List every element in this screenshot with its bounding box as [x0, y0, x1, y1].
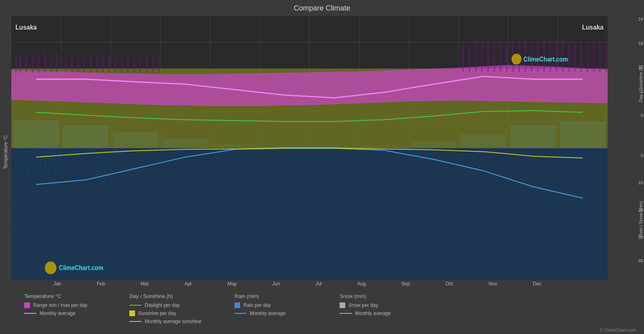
svg-rect-79 — [488, 44, 489, 72]
legend-snow-day-label: Snow per day — [348, 302, 378, 308]
svg-rect-57 — [51, 54, 52, 73]
svg-rect-93 — [574, 43, 576, 72]
svg-rect-81 — [500, 43, 501, 72]
temp-range-icon — [24, 302, 30, 308]
snow-avg-icon — [340, 313, 352, 314]
svg-rect-63 — [90, 57, 91, 72]
legend-daylight: Daylight per day — [129, 302, 210, 308]
rain-day-icon — [234, 302, 240, 308]
legend-sunshine-avg: Monthly average sunshine — [129, 319, 210, 324]
month-may: May — [228, 281, 237, 288]
svg-rect-66 — [109, 57, 110, 72]
legend-snow: Snow (mm) Snow per day Monthly average — [340, 293, 420, 324]
svg-rect-59 — [65, 58, 66, 73]
legend-sunshine-day-label: Sunshine per day — [138, 311, 176, 316]
legend-snow-avg: Monthly average — [340, 311, 420, 316]
legend-sunshine: Day / Sunshine (h) Daylight per day Suns… — [129, 293, 210, 324]
legend-snow-title: Snow (mm) — [340, 293, 420, 299]
month-mar: Mar — [141, 281, 149, 288]
legend-sunshine-title: Day / Sunshine (h) — [129, 293, 210, 299]
legend-snow-day: Snow per day — [340, 302, 420, 308]
legend-temp-range-label: Range min / max per day — [33, 302, 87, 308]
legend-rain-avg: Monthly average — [234, 311, 315, 316]
svg-rect-95 — [587, 44, 588, 72]
svg-text:ClimeChart.com: ClimeChart.com — [59, 264, 103, 272]
svg-rect-92 — [568, 41, 570, 72]
snow-day-icon — [340, 302, 345, 308]
legend-snow-avg-label: Monthly average — [355, 311, 391, 316]
svg-rect-76 — [469, 43, 470, 72]
svg-rect-54 — [32, 53, 33, 72]
svg-rect-97 — [600, 42, 601, 72]
svg-rect-37 — [11, 148, 608, 281]
month-apr: Apr — [184, 281, 192, 288]
svg-rect-98 — [606, 40, 607, 72]
legend-rain-avg-label: Monthly average — [250, 311, 286, 316]
svg-point-115 — [511, 53, 522, 64]
legend-temp-avg-label: Monthly average — [40, 311, 76, 316]
svg-rect-67 — [115, 58, 116, 73]
month-dec: Dec — [533, 281, 541, 288]
svg-rect-58 — [56, 52, 57, 73]
svg-rect-71 — [140, 57, 141, 72]
svg-rect-65 — [102, 56, 103, 73]
svg-point-112 — [45, 262, 57, 274]
svg-text:Lusaka: Lusaka — [15, 23, 37, 31]
legend-temp-range: Range min / max per day — [24, 302, 105, 308]
rain-avg-icon — [234, 313, 247, 314]
svg-rect-68 — [121, 56, 122, 73]
svg-rect-64 — [96, 55, 97, 73]
month-jun: Jun — [272, 281, 280, 288]
legend-temp-avg: Monthly average — [24, 311, 105, 316]
svg-rect-56 — [44, 52, 46, 73]
svg-text:Lusaka: Lusaka — [582, 23, 604, 31]
svg-rect-61 — [78, 59, 79, 73]
daylight-icon — [129, 305, 141, 306]
svg-rect-82 — [506, 45, 507, 72]
svg-rect-78 — [481, 42, 483, 72]
legend-temperature: Temperature °C Range min / max per day M… — [24, 293, 105, 324]
svg-rect-80 — [494, 41, 495, 72]
main-container: Compare Climate Temperature °C — [0, 0, 644, 334]
legend-sunshine-avg-label: Monthly average sunshine — [145, 319, 201, 324]
month-oct: Oct — [446, 281, 453, 288]
svg-rect-62 — [84, 56, 85, 73]
svg-rect-74 — [158, 56, 160, 73]
legend-daylight-label: Daylight per day — [145, 302, 180, 308]
svg-rect-77 — [475, 41, 476, 72]
svg-rect-75 — [462, 47, 464, 72]
left-axis-label: Temperature °C — [0, 16, 11, 288]
temp-avg-icon — [24, 313, 36, 314]
svg-rect-55 — [38, 55, 40, 73]
month-jul: Jul — [315, 281, 321, 288]
legend-sunshine-day: Sunshine per day — [129, 311, 210, 316]
chart-title: Compare Climate — [0, 4, 644, 13]
month-sep: Sep — [401, 281, 410, 288]
chart-wrapper: 50 40 30 20 10 0 -10 -20 -30 -40 -50 Lus… — [11, 16, 608, 288]
legend-rain-day-label: Rain per day — [243, 302, 271, 308]
svg-rect-52 — [19, 55, 21, 73]
month-aug: Aug — [357, 281, 366, 288]
chart-area: Temperature °C — [0, 16, 644, 288]
sunshine-avg-icon — [129, 321, 141, 322]
chart-svg-container: 50 40 30 20 10 0 -10 -20 -30 -40 -50 Lus… — [11, 16, 608, 280]
month-feb: Feb — [97, 281, 105, 288]
legend-area: Temperature °C Range min / max per day M… — [0, 288, 644, 328]
svg-rect-72 — [146, 55, 147, 73]
sunshine-day-icon — [129, 311, 135, 316]
svg-rect-51 — [15, 57, 17, 72]
month-nov: Nov — [489, 281, 497, 288]
svg-rect-96 — [593, 41, 594, 72]
legend-temp-title: Temperature °C — [24, 293, 105, 299]
svg-text:ClimeChart.com: ClimeChart.com — [524, 55, 568, 63]
copyright-text: © ClimeChart.com — [0, 328, 644, 334]
month-jan: Jan — [53, 281, 61, 288]
svg-rect-70 — [133, 55, 135, 73]
legend-rain-title: Rain (mm) — [234, 293, 315, 299]
legend-rain: Rain (mm) Rain per day Monthly average — [234, 293, 315, 324]
legend-rain-day: Rain per day — [234, 302, 315, 308]
svg-rect-60 — [72, 55, 73, 73]
svg-rect-69 — [127, 58, 129, 73]
svg-rect-53 — [26, 56, 27, 73]
svg-rect-73 — [152, 57, 153, 72]
